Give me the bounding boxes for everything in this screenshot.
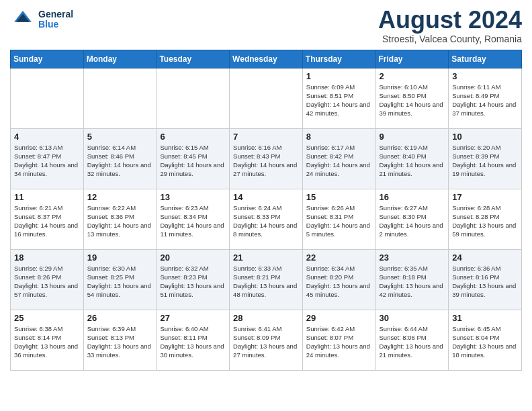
month-year-title: August 2024 <box>378 7 522 34</box>
calendar-week-row: 25Sunrise: 6:38 AM Sunset: 8:14 PM Dayli… <box>11 310 522 370</box>
day-info: Sunrise: 6:23 AM Sunset: 8:34 PM Dayligh… <box>160 203 226 239</box>
day-number: 6 <box>160 132 226 142</box>
day-number: 26 <box>87 313 153 323</box>
calendar-day-cell <box>83 68 157 128</box>
weekday-header-sunday: Sunday <box>11 50 84 68</box>
weekday-header-tuesday: Tuesday <box>157 50 230 68</box>
day-number: 19 <box>87 253 153 263</box>
calendar-day-cell: 8Sunrise: 6:17 AM Sunset: 8:42 PM Daylig… <box>302 128 375 189</box>
day-info: Sunrise: 6:32 AM Sunset: 8:23 PM Dayligh… <box>160 264 226 300</box>
weekday-header-wednesday: Wednesday <box>230 50 303 68</box>
day-info: Sunrise: 6:34 AM Sunset: 8:20 PM Dayligh… <box>306 264 372 300</box>
calendar-day-cell: 26Sunrise: 6:39 AM Sunset: 8:13 PM Dayli… <box>83 310 157 370</box>
day-number: 16 <box>380 192 445 202</box>
calendar-day-cell <box>230 68 303 128</box>
calendar-day-cell: 18Sunrise: 6:29 AM Sunset: 8:26 PM Dayli… <box>11 249 84 310</box>
calendar-day-cell: 22Sunrise: 6:34 AM Sunset: 8:20 PM Dayli… <box>302 249 375 310</box>
day-number: 4 <box>14 132 80 142</box>
day-number: 3 <box>452 71 518 81</box>
day-number: 24 <box>452 253 518 263</box>
day-number: 1 <box>306 71 372 81</box>
logo-blue-text: Blue <box>38 19 73 30</box>
day-info: Sunrise: 6:17 AM Sunset: 8:42 PM Dayligh… <box>306 143 372 179</box>
day-number: 23 <box>380 253 445 263</box>
day-info: Sunrise: 6:21 AM Sunset: 8:37 PM Dayligh… <box>14 203 80 239</box>
day-number: 27 <box>160 313 226 323</box>
calendar-day-cell: 2Sunrise: 6:10 AM Sunset: 8:50 PM Daylig… <box>375 68 449 128</box>
calendar-day-cell: 1Sunrise: 6:09 AM Sunset: 8:51 PM Daylig… <box>302 68 375 128</box>
calendar-day-cell: 19Sunrise: 6:30 AM Sunset: 8:25 PM Dayli… <box>83 249 157 310</box>
weekday-header-saturday: Saturday <box>449 50 522 68</box>
day-number: 17 <box>452 192 518 202</box>
calendar-day-cell: 20Sunrise: 6:32 AM Sunset: 8:23 PM Dayli… <box>157 249 230 310</box>
calendar-header: SundayMondayTuesdayWednesdayThursdayFrid… <box>11 50 522 68</box>
day-number: 2 <box>380 71 445 81</box>
calendar-table: SundayMondayTuesdayWednesdayThursdayFrid… <box>10 50 522 371</box>
calendar-day-cell: 11Sunrise: 6:21 AM Sunset: 8:37 PM Dayli… <box>11 189 84 249</box>
calendar-day-cell: 17Sunrise: 6:28 AM Sunset: 8:28 PM Dayli… <box>449 189 522 249</box>
calendar-day-cell <box>11 68 84 128</box>
calendar-week-row: 4Sunrise: 6:13 AM Sunset: 8:47 PM Daylig… <box>11 128 522 189</box>
day-info: Sunrise: 6:27 AM Sunset: 8:30 PM Dayligh… <box>380 203 445 239</box>
day-info: Sunrise: 6:13 AM Sunset: 8:47 PM Dayligh… <box>14 143 80 179</box>
day-info: Sunrise: 6:44 AM Sunset: 8:06 PM Dayligh… <box>380 324 445 360</box>
day-number: 28 <box>233 313 299 323</box>
day-info: Sunrise: 6:45 AM Sunset: 8:04 PM Dayligh… <box>452 324 518 360</box>
day-info: Sunrise: 6:20 AM Sunset: 8:39 PM Dayligh… <box>452 143 518 179</box>
weekday-header-friday: Friday <box>375 50 449 68</box>
day-info: Sunrise: 6:29 AM Sunset: 8:26 PM Dayligh… <box>14 264 80 300</box>
calendar-day-cell: 10Sunrise: 6:20 AM Sunset: 8:39 PM Dayli… <box>449 128 522 189</box>
day-info: Sunrise: 6:42 AM Sunset: 8:07 PM Dayligh… <box>306 324 372 360</box>
day-info: Sunrise: 6:26 AM Sunset: 8:31 PM Dayligh… <box>306 203 372 239</box>
day-number: 11 <box>14 192 80 202</box>
calendar-day-cell: 7Sunrise: 6:16 AM Sunset: 8:43 PM Daylig… <box>230 128 303 189</box>
day-info: Sunrise: 6:39 AM Sunset: 8:13 PM Dayligh… <box>87 324 153 360</box>
day-info: Sunrise: 6:16 AM Sunset: 8:43 PM Dayligh… <box>233 143 299 179</box>
day-number: 12 <box>87 192 153 202</box>
calendar-day-cell: 3Sunrise: 6:11 AM Sunset: 8:49 PM Daylig… <box>449 68 522 128</box>
calendar-day-cell: 5Sunrise: 6:14 AM Sunset: 8:46 PM Daylig… <box>83 128 157 189</box>
day-info: Sunrise: 6:30 AM Sunset: 8:25 PM Dayligh… <box>87 264 153 300</box>
day-info: Sunrise: 6:28 AM Sunset: 8:28 PM Dayligh… <box>452 203 518 239</box>
day-info: Sunrise: 6:22 AM Sunset: 8:36 PM Dayligh… <box>87 203 153 239</box>
logo-icon <box>10 7 36 32</box>
day-number: 20 <box>160 253 226 263</box>
day-number: 9 <box>380 132 445 142</box>
day-info: Sunrise: 6:41 AM Sunset: 8:09 PM Dayligh… <box>233 324 299 360</box>
calendar-day-cell <box>157 68 230 128</box>
day-info: Sunrise: 6:10 AM Sunset: 8:50 PM Dayligh… <box>380 83 445 118</box>
calendar-day-cell: 9Sunrise: 6:19 AM Sunset: 8:40 PM Daylig… <box>375 128 449 189</box>
calendar-week-row: 18Sunrise: 6:29 AM Sunset: 8:26 PM Dayli… <box>11 249 522 310</box>
calendar-day-cell: 31Sunrise: 6:45 AM Sunset: 8:04 PM Dayli… <box>449 310 522 370</box>
day-info: Sunrise: 6:19 AM Sunset: 8:40 PM Dayligh… <box>380 143 445 179</box>
calendar-week-row: 11Sunrise: 6:21 AM Sunset: 8:37 PM Dayli… <box>11 189 522 249</box>
title-block: August 2024 Stroesti, Valcea County, Rom… <box>378 7 522 44</box>
calendar-day-cell: 6Sunrise: 6:15 AM Sunset: 8:45 PM Daylig… <box>157 128 230 189</box>
day-number: 5 <box>87 132 153 142</box>
calendar-day-cell: 29Sunrise: 6:42 AM Sunset: 8:07 PM Dayli… <box>302 310 375 370</box>
day-info: Sunrise: 6:40 AM Sunset: 8:11 PM Dayligh… <box>160 324 226 360</box>
day-info: Sunrise: 6:24 AM Sunset: 8:33 PM Dayligh… <box>233 203 299 239</box>
day-info: Sunrise: 6:11 AM Sunset: 8:49 PM Dayligh… <box>452 83 518 118</box>
calendar-day-cell: 27Sunrise: 6:40 AM Sunset: 8:11 PM Dayli… <box>157 310 230 370</box>
calendar-day-cell: 25Sunrise: 6:38 AM Sunset: 8:14 PM Dayli… <box>11 310 84 370</box>
day-number: 30 <box>380 313 445 323</box>
day-info: Sunrise: 6:15 AM Sunset: 8:45 PM Dayligh… <box>160 143 226 179</box>
day-number: 22 <box>306 253 372 263</box>
calendar-day-cell: 23Sunrise: 6:35 AM Sunset: 8:18 PM Dayli… <box>375 249 449 310</box>
calendar-day-cell: 4Sunrise: 6:13 AM Sunset: 8:47 PM Daylig… <box>11 128 84 189</box>
calendar-day-cell: 21Sunrise: 6:33 AM Sunset: 8:21 PM Dayli… <box>230 249 303 310</box>
day-number: 8 <box>306 132 372 142</box>
logo: General Blue <box>10 7 73 32</box>
day-number: 7 <box>233 132 299 142</box>
weekday-header-thursday: Thursday <box>302 50 375 68</box>
day-number: 25 <box>14 313 80 323</box>
location-subtitle: Stroesti, Valcea County, Romania <box>378 34 522 44</box>
day-number: 29 <box>306 313 372 323</box>
calendar-day-cell: 13Sunrise: 6:23 AM Sunset: 8:34 PM Dayli… <box>157 189 230 249</box>
logo-general-text: General <box>38 9 73 19</box>
calendar-day-cell: 16Sunrise: 6:27 AM Sunset: 8:30 PM Dayli… <box>375 189 449 249</box>
calendar-day-cell: 15Sunrise: 6:26 AM Sunset: 8:31 PM Dayli… <box>302 189 375 249</box>
calendar-week-row: 1Sunrise: 6:09 AM Sunset: 8:51 PM Daylig… <box>11 68 522 128</box>
weekday-header-monday: Monday <box>83 50 157 68</box>
